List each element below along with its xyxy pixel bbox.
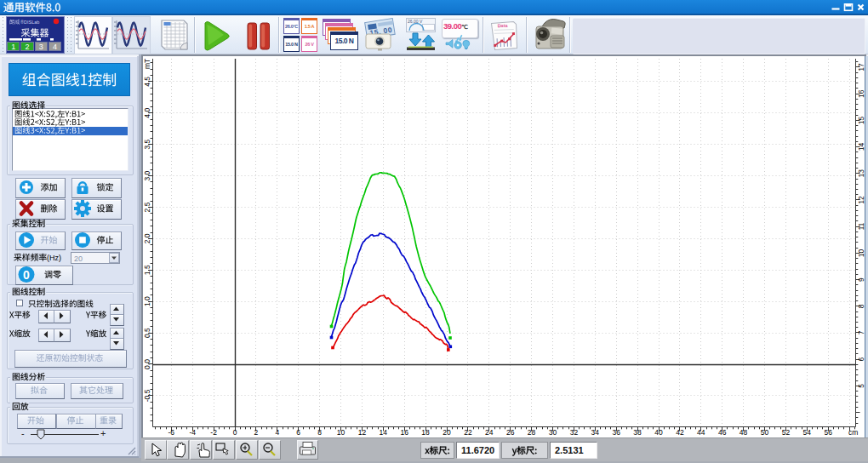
svg-text:Data: Data	[497, 23, 508, 28]
svg-text:0: 0	[23, 268, 30, 282]
